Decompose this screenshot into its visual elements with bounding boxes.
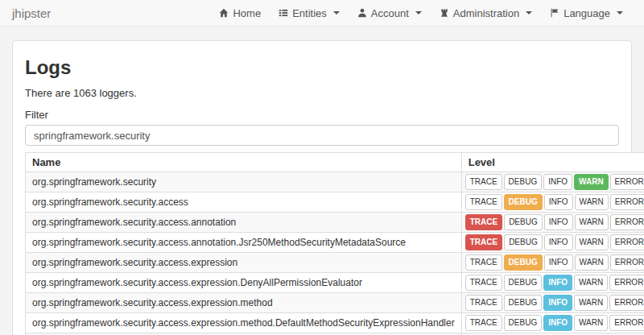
logger-name: org.springframework.security.access.expr… [26,253,462,273]
nav-item-label: Entities [292,7,327,19]
level-button-error[interactable]: ERROR [610,174,644,190]
level-button-trace[interactable]: TRACE [465,234,502,250]
level-button-error[interactable]: ERROR [609,275,644,291]
column-header-level: Level [461,153,644,172]
level-button-debug[interactable]: DEBUG [504,174,543,190]
logger-name: org.springframework.security.access.expr… [26,313,462,333]
level-button-trace[interactable]: TRACE [465,254,502,271]
nav-item-label: Account [371,7,409,19]
column-header-name: Name [26,153,462,172]
chevron-down-icon [415,11,422,14]
level-button-info[interactable]: INFO [543,275,572,291]
level-button-group: TRACEDEBUGINFOWARNERROR [461,293,644,313]
level-button-info[interactable]: INFO [544,254,573,271]
level-button-group: TRACEDEBUGINFOWARNERROR [461,233,644,253]
filter-label: Filter [25,109,619,121]
level-button-trace[interactable]: TRACE [465,295,502,311]
level-button-info[interactable]: INFO [543,295,572,311]
level-button-debug[interactable]: DEBUG [504,315,543,331]
nav-item-label: Administration [453,7,519,19]
chevron-down-icon [617,11,623,14]
level-button-debug[interactable]: DEBUG [504,194,543,210]
filter-input[interactable] [25,125,619,146]
level-button-warn[interactable]: WARN [574,295,608,311]
level-button-warn[interactable]: WARN [574,315,608,331]
level-button-debug[interactable]: DEBUG [504,295,543,311]
logger-name: org.springframework.security.access.expr… [26,293,462,313]
level-button-debug[interactable]: DEBUG [504,275,543,291]
level-button-trace[interactable]: TRACE [465,194,502,210]
table-row: org.springframework.security.access.anno… [26,233,644,253]
level-button-info[interactable]: INFO [543,315,572,331]
table-row: org.springframework.security.access.expr… [26,293,644,313]
level-button-trace[interactable]: TRACE [465,174,502,190]
level-button-error[interactable]: ERROR [609,315,644,331]
nav-item-administration[interactable]: Administration [431,0,541,27]
level-button-info[interactable]: INFO [544,214,573,230]
level-button-warn[interactable]: WARN [574,275,608,291]
table-header-row: Name Level [26,153,644,172]
navbar: jhipster HomeEntitiesAccountAdministrati… [0,0,644,27]
page-title: Logs [25,56,619,79]
level-button-trace[interactable]: TRACE [465,214,502,230]
nav-item-label: Language [564,7,610,19]
logs-card: Logs There are 1063 loggers. Filter Name… [12,40,632,335]
user-icon [357,8,367,18]
nav-item-home[interactable]: Home [210,0,270,27]
level-button-info[interactable]: INFO [544,194,573,210]
level-button-trace[interactable]: TRACE [465,315,502,331]
logger-name: org.springframework.security [26,172,462,192]
level-button-warn[interactable]: WARN [575,234,609,250]
brand-jhipster[interactable]: jhipster [12,6,51,20]
table-row: org.springframework.securityTRACEDEBUGIN… [26,172,644,192]
flag-icon [550,8,559,18]
level-button-error[interactable]: ERROR [609,295,644,311]
nav-item-language[interactable]: Language [541,0,632,27]
level-button-group: TRACEDEBUGINFOWARNERROR [461,313,644,333]
tower-icon [440,8,449,18]
level-button-error[interactable]: ERROR [610,234,644,250]
level-button-group: TRACEDEBUGINFOWARNERROR [461,172,644,192]
level-button-info[interactable]: INFO [543,174,572,190]
chevron-down-icon [526,11,532,14]
level-button-warn[interactable]: WARN [575,194,609,210]
level-button-group: TRACEDEBUGINFOWARNERROR [461,273,644,293]
loggers-count-text: There are 1063 loggers. [25,87,619,99]
logger-name: org.springframework.security.access.anno… [26,233,462,253]
home-icon [219,8,229,18]
nav-item-label: Home [233,7,261,19]
level-button-error[interactable]: ERROR [610,194,644,210]
level-button-trace[interactable]: TRACE [465,275,502,291]
level-button-group: TRACEDEBUGINFOWARNERROR [461,253,644,273]
logger-name: org.springframework.security.access.anno… [26,213,462,233]
list-icon [279,8,288,18]
table-row: org.springframework.security.access.anno… [26,213,644,233]
nav-item-account[interactable]: Account [349,0,431,27]
table-row: org.springframework.security.access.expr… [26,313,644,333]
table-row: org.springframework.security.accessTRACE… [26,192,644,213]
nav-item-entities[interactable]: Entities [270,0,349,27]
logger-name: org.springframework.security.access [26,192,462,213]
level-button-warn[interactable]: WARN [575,254,609,271]
level-button-debug[interactable]: DEBUG [504,234,543,250]
navbar-menu: HomeEntitiesAccountAdministrationLanguag… [210,0,632,26]
level-button-info[interactable]: INFO [544,234,573,250]
level-button-warn[interactable]: WARN [574,174,609,190]
chevron-down-icon [333,11,340,14]
level-button-debug[interactable]: DEBUG [504,214,543,230]
logs-table: Name Level org.springframework.securityT… [25,152,644,335]
logger-name: org.springframework.security.access.expr… [26,273,462,293]
level-button-debug[interactable]: DEBUG [504,254,543,271]
level-button-error[interactable]: ERROR [610,254,644,271]
level-button-error[interactable]: ERROR [610,214,644,230]
level-button-group: TRACEDEBUGINFOWARNERROR [461,192,644,213]
table-row: org.springframework.security.access.expr… [26,253,644,273]
level-button-warn[interactable]: WARN [575,214,609,230]
level-button-group: TRACEDEBUGINFOWARNERROR [461,213,644,233]
table-row: org.springframework.security.access.expr… [26,273,644,293]
